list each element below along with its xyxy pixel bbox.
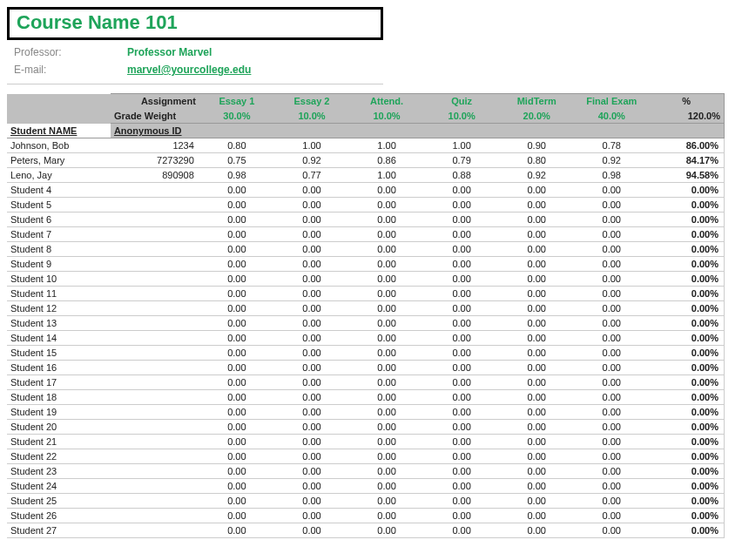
score-cell: 0.00 bbox=[574, 316, 649, 331]
anon-id: 7273290 bbox=[111, 153, 199, 168]
student-name: Student 20 bbox=[7, 420, 111, 435]
score-cell: 0.00 bbox=[424, 361, 499, 375]
grade-table: AssignmentEssay 1Essay 2Attend.QuizMidTe… bbox=[7, 93, 725, 538]
score-cell: 0.00 bbox=[349, 346, 424, 361]
weight-0: 30.0% bbox=[199, 109, 274, 124]
score-cell: 0.00 bbox=[349, 509, 424, 523]
score-cell: 0.00 bbox=[349, 435, 424, 449]
student-row[interactable]: Student 160.000.000.000.000.000.000.00% bbox=[7, 361, 725, 375]
student-row[interactable]: Student 120.000.000.000.000.000.000.00% bbox=[7, 301, 725, 316]
anon-id bbox=[111, 494, 199, 509]
score-cell: 0.00 bbox=[199, 272, 274, 287]
email-link[interactable]: marvel@yourcollege.edu bbox=[127, 64, 251, 76]
anon-id bbox=[111, 272, 199, 287]
score-cell: 0.00 bbox=[274, 494, 349, 509]
anon-id bbox=[111, 213, 199, 227]
pct-cell: 0.00% bbox=[649, 464, 724, 479]
student-row[interactable]: Student 220.000.000.000.000.000.000.00% bbox=[7, 449, 725, 464]
anon-id bbox=[111, 331, 199, 346]
student-row[interactable]: Student 80.000.000.000.000.000.000.00% bbox=[7, 242, 725, 257]
score-cell: 0.00 bbox=[274, 316, 349, 331]
student-row[interactable]: Student 60.000.000.000.000.000.000.00% bbox=[7, 213, 725, 227]
student-row[interactable]: Student 100.000.000.000.000.000.000.00% bbox=[7, 272, 725, 287]
score-cell: 0.00 bbox=[499, 346, 574, 361]
anon-id-header: Anonymous ID bbox=[111, 124, 199, 138]
student-row[interactable]: Student 270.000.000.000.000.000.000.00% bbox=[7, 523, 725, 538]
student-row[interactable]: Student 240.000.000.000.000.000.000.00% bbox=[7, 479, 725, 494]
pct-cell: 0.00% bbox=[649, 257, 724, 272]
score-cell: 0.00 bbox=[424, 509, 499, 523]
score-cell: 0.00 bbox=[574, 375, 649, 390]
student-row[interactable]: Student 130.000.000.000.000.000.000.00% bbox=[7, 316, 725, 331]
score-cell: 0.00 bbox=[499, 213, 574, 227]
student-row[interactable]: Student 190.000.000.000.000.000.000.00% bbox=[7, 405, 725, 420]
anon-id bbox=[111, 405, 199, 420]
score-cell: 0.00 bbox=[199, 213, 274, 227]
score-cell: 0.00 bbox=[274, 390, 349, 405]
score-cell: 0.00 bbox=[349, 479, 424, 494]
weight-2: 10.0% bbox=[349, 109, 424, 124]
student-row[interactable]: Student 90.000.000.000.000.000.000.00% bbox=[7, 257, 725, 272]
score-cell: 0.00 bbox=[199, 198, 274, 213]
email-label: E-mail: bbox=[14, 64, 127, 76]
score-cell: 0.92 bbox=[499, 168, 574, 183]
student-name: Student 9 bbox=[7, 257, 111, 272]
score-cell: 0.00 bbox=[349, 361, 424, 375]
score-cell: 0.00 bbox=[499, 316, 574, 331]
score-cell: 0.00 bbox=[574, 287, 649, 301]
student-name-header: Student NAME bbox=[7, 124, 111, 138]
pct-cell: 0.00% bbox=[649, 361, 724, 375]
student-row[interactable]: Student 260.000.000.000.000.000.000.00% bbox=[7, 509, 725, 523]
student-row[interactable]: Student 70.000.000.000.000.000.000.00% bbox=[7, 227, 725, 242]
score-cell: 0.00 bbox=[574, 242, 649, 257]
pct-cell: 0.00% bbox=[649, 375, 724, 390]
student-row[interactable]: Student 200.000.000.000.000.000.000.00% bbox=[7, 420, 725, 435]
student-row[interactable]: Peters, Mary72732900.750.920.860.790.800… bbox=[7, 153, 725, 168]
pct-cell: 0.00% bbox=[649, 316, 724, 331]
student-row[interactable]: Student 150.000.000.000.000.000.000.00% bbox=[7, 346, 725, 361]
pct-cell: 94.58% bbox=[649, 168, 724, 183]
assignment-col-3: Quiz bbox=[424, 94, 499, 109]
score-cell: 0.00 bbox=[499, 390, 574, 405]
student-name: Student 7 bbox=[7, 227, 111, 242]
score-cell: 0.00 bbox=[349, 242, 424, 257]
score-cell: 0.00 bbox=[574, 227, 649, 242]
pct-cell: 0.00% bbox=[649, 449, 724, 464]
student-row[interactable]: Student 170.000.000.000.000.000.000.00% bbox=[7, 375, 725, 390]
student-row[interactable]: Student 210.000.000.000.000.000.000.00% bbox=[7, 435, 725, 449]
score-cell: 0.00 bbox=[424, 272, 499, 287]
score-cell: 0.00 bbox=[424, 464, 499, 479]
student-name: Student 16 bbox=[7, 361, 111, 375]
score-cell: 0.00 bbox=[199, 464, 274, 479]
weight-5: 40.0% bbox=[574, 109, 649, 124]
student-row[interactable]: Student 180.000.000.000.000.000.000.00% bbox=[7, 390, 725, 405]
pct-cell: 0.00% bbox=[649, 183, 724, 198]
student-name: Student 27 bbox=[7, 523, 111, 538]
student-row[interactable]: Student 40.000.000.000.000.000.000.00% bbox=[7, 183, 725, 198]
student-name: Leno, Jay bbox=[7, 168, 111, 183]
score-cell: 0.00 bbox=[499, 361, 574, 375]
student-row[interactable]: Student 50.000.000.000.000.000.000.00% bbox=[7, 198, 725, 213]
student-row[interactable]: Student 110.000.000.000.000.000.000.00% bbox=[7, 287, 725, 301]
student-row[interactable]: Student 140.000.000.000.000.000.000.00% bbox=[7, 331, 725, 346]
pct-cell: 0.00% bbox=[649, 198, 724, 213]
score-cell: 0.00 bbox=[274, 227, 349, 242]
professor-label: Professor: bbox=[14, 46, 127, 58]
score-cell: 0.00 bbox=[349, 316, 424, 331]
score-cell: 0.00 bbox=[574, 301, 649, 316]
pct-cell: 0.00% bbox=[649, 420, 724, 435]
student-row[interactable]: Student 250.000.000.000.000.000.000.00% bbox=[7, 494, 725, 509]
student-row[interactable]: Johnson, Bob12340.801.001.001.000.900.78… bbox=[7, 138, 725, 153]
student-row[interactable]: Student 230.000.000.000.000.000.000.00% bbox=[7, 464, 725, 479]
student-name: Student 12 bbox=[7, 301, 111, 316]
score-cell: 0.00 bbox=[199, 494, 274, 509]
score-cell: 0.00 bbox=[199, 509, 274, 523]
score-cell: 0.00 bbox=[424, 198, 499, 213]
student-row[interactable]: Leno, Jay8909080.980.771.000.880.920.989… bbox=[7, 168, 725, 183]
score-cell: 0.00 bbox=[574, 257, 649, 272]
anon-id bbox=[111, 420, 199, 435]
score-cell: 0.00 bbox=[274, 479, 349, 494]
assignment-col-2: Attend. bbox=[349, 94, 424, 109]
score-cell: 0.00 bbox=[574, 509, 649, 523]
score-cell: 0.00 bbox=[349, 257, 424, 272]
